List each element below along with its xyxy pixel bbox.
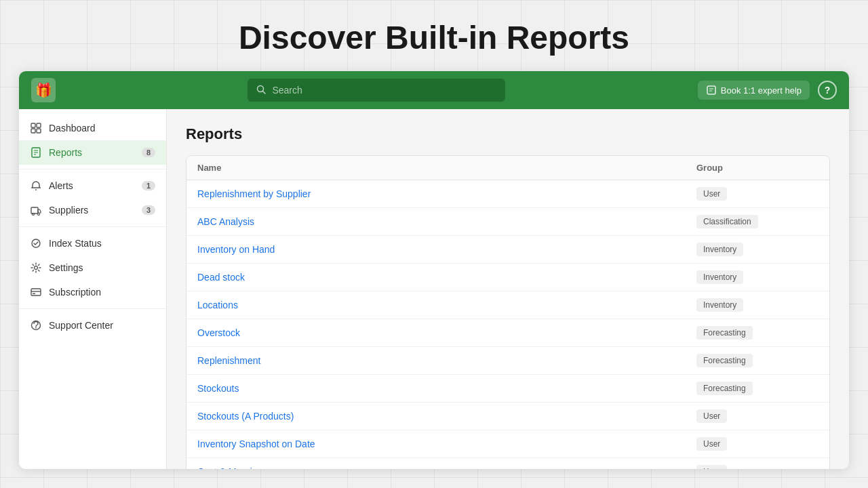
svg-line-1 (263, 91, 266, 94)
reports-icon (30, 146, 42, 159)
subscription-icon (30, 286, 42, 298)
column-group-header: Group (696, 163, 818, 173)
book-help-button[interactable]: Book 1:1 expert help (698, 81, 810, 100)
sidebar-item-suppliers[interactable]: Suppliers 3 (19, 198, 166, 222)
report-name-link[interactable]: Stockouts (A Products) (197, 411, 696, 422)
sidebar-alerts-label: Alerts (49, 180, 135, 191)
svg-rect-5 (31, 123, 35, 127)
sidebar-divider-3 (19, 308, 166, 309)
content-area: Reports Name Group Replenishment by Supp… (167, 109, 849, 469)
report-group-cell: Forecasting (696, 382, 818, 395)
group-badge: Forecasting (696, 382, 753, 395)
page-title: Reports (186, 125, 830, 143)
sidebar-suppliers-label: Suppliers (49, 205, 135, 216)
svg-rect-14 (31, 207, 38, 214)
report-group-cell: Inventory (696, 243, 818, 256)
table-row: Inventory on HandInventory (186, 236, 829, 264)
table-row: ABC AnalysisClassification (186, 208, 829, 236)
table-row: ReplenishmentForecasting (186, 347, 829, 375)
report-name-link[interactable]: Stockouts (197, 383, 696, 394)
sidebar-item-settings[interactable]: Settings (19, 256, 166, 280)
report-name-link[interactable]: ABC Analysis (197, 216, 696, 227)
table-row: Cost & MarginUser (186, 458, 829, 469)
report-group-cell: User (696, 187, 818, 201)
table-body: Replenishment by SupplierUserABC Analysi… (186, 180, 829, 469)
table-header: Name Group (186, 156, 829, 180)
sidebar-divider-2 (19, 226, 166, 227)
group-badge: User (696, 465, 727, 469)
main-area: Dashboard Reports 8 (19, 109, 849, 469)
sidebar-item-alerts[interactable]: Alerts 1 (19, 174, 166, 198)
group-badge: Inventory (696, 243, 743, 256)
report-name-link[interactable]: Dead stock (197, 272, 696, 283)
svg-rect-19 (31, 289, 41, 296)
alerts-icon (30, 180, 42, 192)
svg-point-18 (35, 266, 38, 270)
svg-point-17 (32, 239, 40, 247)
table-row: OverstockForecasting (186, 319, 829, 347)
search-container: Search (64, 79, 690, 102)
column-name-header: Name (197, 163, 696, 173)
app-shell: 🎁 Search (19, 71, 849, 469)
group-badge: User (696, 409, 727, 423)
help-button[interactable]: ? (818, 81, 837, 100)
sidebar-suppliers-badge: 3 (142, 205, 155, 215)
report-name-link[interactable]: Overstock (197, 327, 696, 338)
sidebar-item-dashboard[interactable]: Dashboard (19, 116, 166, 140)
support-icon (30, 319, 42, 331)
svg-rect-21 (33, 293, 35, 295)
book-help-label: Book 1:1 expert help (721, 85, 802, 96)
report-group-cell: Inventory (696, 298, 818, 312)
search-icon (256, 84, 267, 97)
svg-point-15 (33, 214, 35, 216)
sidebar-item-subscription[interactable]: Subscription (19, 280, 166, 304)
report-name-link[interactable]: Inventory on Hand (197, 244, 696, 255)
report-group-cell: User (696, 437, 818, 451)
sidebar-support-label: Support Center (49, 320, 155, 331)
group-badge: Classification (696, 215, 758, 228)
sidebar-divider-1 (19, 169, 166, 169)
report-name-link[interactable]: Replenishment (197, 355, 696, 366)
hero-title: Discover Built-in Reports (0, 0, 868, 71)
sidebar-reports-badge: 8 (142, 148, 155, 157)
dashboard-icon (30, 122, 42, 134)
report-group-cell: Forecasting (696, 326, 818, 340)
table-row: Stockouts (A Products)User (186, 403, 829, 430)
index-status-icon (30, 237, 42, 249)
topbar-actions: Book 1:1 expert help ? (698, 81, 837, 100)
report-group-cell: Forecasting (696, 354, 818, 367)
table-row: StockoutsForecasting (186, 375, 829, 403)
table-row: LocationsInventory (186, 291, 829, 319)
report-name-link[interactable]: Cost & Margin (197, 466, 696, 469)
sidebar-item-reports[interactable]: Reports 8 (19, 140, 166, 165)
table-row: Dead stockInventory (186, 264, 829, 291)
search-input[interactable]: Search (248, 79, 505, 102)
sidebar-reports-label: Reports (49, 147, 135, 158)
report-name-link[interactable]: Locations (197, 300, 696, 310)
report-name-link[interactable]: Replenishment by Supplier (197, 188, 696, 199)
svg-point-16 (38, 214, 40, 216)
search-placeholder: Search (272, 85, 302, 96)
table-row: Replenishment by SupplierUser (186, 180, 829, 208)
svg-rect-6 (37, 123, 41, 127)
group-badge: User (696, 437, 727, 451)
report-name-link[interactable]: Inventory Snapshot on Date (197, 439, 696, 449)
sidebar-item-support-center[interactable]: Support Center (19, 313, 166, 338)
group-badge: Inventory (696, 270, 743, 284)
table-row: Inventory Snapshot on DateUser (186, 430, 829, 458)
settings-icon (30, 262, 42, 274)
group-badge: Forecasting (696, 326, 753, 340)
sidebar-index-status-label: Index Status (49, 238, 155, 249)
svg-rect-2 (707, 86, 715, 94)
topbar: 🎁 Search (19, 71, 849, 109)
sidebar-dashboard-label: Dashboard (49, 123, 155, 134)
sidebar-item-index-status[interactable]: Index Status (19, 231, 166, 256)
report-group-cell: Classification (696, 215, 818, 228)
report-group-cell: User (696, 409, 818, 423)
suppliers-icon (30, 204, 42, 216)
report-group-cell: Inventory (696, 270, 818, 284)
group-badge: Inventory (696, 298, 743, 312)
reports-table: Name Group Replenishment by SupplierUser… (186, 155, 830, 469)
report-group-cell: User (696, 465, 818, 469)
app-logo: 🎁 (31, 78, 56, 102)
